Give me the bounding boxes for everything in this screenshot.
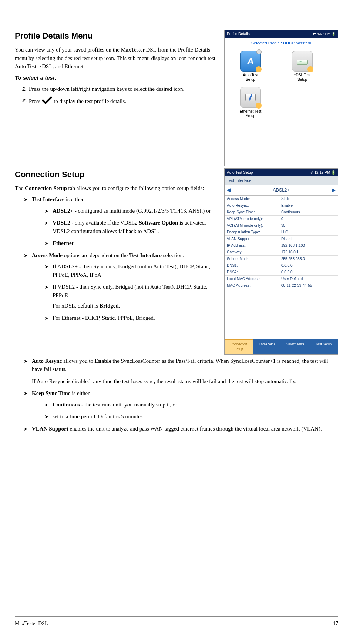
auto-test-label: Auto TestSetup (232, 73, 269, 82)
keep-sync-item: Keep Sync Time is either Continuous - th… (24, 389, 338, 421)
sshot1-selected-profile: Selected Profile : DHCP passthru (225, 38, 338, 47)
access-mode-item: Access Mode options are dependent on the… (24, 251, 218, 322)
xdsl-test-label: xDSL TestSetup (284, 73, 321, 82)
chevron-left-icon[interactable]: ◀ (227, 186, 231, 194)
ethernet-plug-icon (245, 94, 256, 101)
section1-heading: Profile Details Menu (15, 30, 218, 42)
modem-icon (297, 60, 308, 65)
keep-sync-period: set to a time period. Default is 5 minut… (44, 412, 338, 421)
step-1: 1. Press the up/down left/right navigati… (22, 85, 218, 93)
ethernet-item: Ethernet (44, 239, 218, 248)
section1-intro: You can view any of your saved profiles … (15, 46, 218, 71)
table-row[interactable]: Keep Sync Time:Continuous (225, 209, 338, 215)
tab-select-tests[interactable]: Select Tests (281, 339, 310, 354)
sshot2-time: ⇄ 12:19 PM 🔋 (310, 170, 336, 175)
auto-test-setup-item[interactable]: A Auto TestSetup (232, 51, 269, 82)
chevron-right-icon[interactable]: ▶ (332, 186, 336, 194)
section2-heading: Connection Setup (15, 168, 218, 180)
ethernet-test-label: Ethernet TestSetup (232, 109, 269, 118)
access-ethernet-item: For Ethernet - DHCP, Static, PPPoE, Brid… (44, 314, 218, 322)
table-row[interactable]: VPI (ATM mode only):0 (225, 215, 338, 222)
sshot1-title: Profile Details (227, 31, 250, 37)
auto-resync-item: Auto Resync allows you to Enable the Syn… (24, 357, 338, 386)
sshot2-title: Auto Test Setup (227, 170, 253, 175)
tab-connection-setup[interactable]: ConnectionSetup (225, 339, 253, 354)
sshot1-titlebar: Profile Details ⇄ 4:07 PM 🔋 (225, 30, 338, 38)
table-row[interactable]: IP Address:192.168.1.100 (225, 242, 338, 249)
step-2: 2. Press to display the test profile det… (22, 96, 218, 107)
page-footer: MaxTester DSL 17 (15, 616, 338, 627)
table-row[interactable]: Subnet Mask:255.255.255.0 (225, 255, 338, 262)
ethernet-test-setup-item[interactable]: Ethernet TestSetup (232, 87, 269, 118)
step-2-post: to display the test profile details. (54, 98, 126, 104)
test-interface-label: Test Interface: (225, 176, 338, 185)
footer-page: 17 (333, 620, 338, 627)
tab-test-setup[interactable]: Test Setup (310, 339, 338, 354)
table-row[interactable]: Local MAC Address:User Defined (225, 275, 338, 282)
gear-icon (256, 49, 262, 54)
sshot2-titlebar: Auto Test Setup ⇄ 12:19 PM 🔋 (225, 169, 338, 176)
step-2-num: 2. (22, 96, 27, 105)
xdsl-test-icon (292, 51, 313, 72)
auto-test-icon: A (240, 51, 261, 72)
connection-params-table: Access Mode:StaticAuto Resync:EnableKeep… (225, 196, 338, 289)
table-row[interactable]: Encapsulation Type:LLC (225, 229, 338, 235)
table-row[interactable]: Gateway:172.16.0.1 (225, 249, 338, 255)
test-interface-item: Test Interface is either ADSL2+ - config… (24, 195, 218, 248)
vdsl2-item: VDSL2 - only available if the VDSL2 Soft… (44, 219, 218, 235)
section1-subheading: To select a test: (15, 74, 218, 82)
step-1-text: Press the up/down left/right navigation … (29, 86, 184, 92)
profile-details-screenshot: Profile Details ⇄ 4:07 PM 🔋 Selected Pro… (224, 30, 338, 166)
table-row[interactable]: DNS2:0.0.0.0 (225, 269, 338, 275)
table-row[interactable]: MAC Address:00-11-22-33-44-55 (225, 282, 338, 289)
table-row[interactable]: Auto Resync:Enable (225, 202, 338, 209)
wrench-icon (256, 103, 262, 109)
step-1-num: 1. (22, 85, 27, 93)
table-row[interactable]: VLAN Support:Disable (225, 235, 338, 242)
auto-resync-para2: If Auto Resync is disabled, any time the… (32, 377, 338, 386)
auto-test-setup-screenshot: Auto Test Setup ⇄ 12:19 PM 🔋 Test Interf… (224, 168, 338, 355)
wrench-icon (307, 66, 313, 72)
footer-product: MaxTester DSL (15, 620, 48, 627)
vlan-support-item: VLAN Support enables the unit to analyze… (24, 425, 338, 433)
access-adsl-item: If ADSL2+ - then Sync only, Bridged (not… (44, 262, 218, 279)
test-interface-selector[interactable]: ◀ ADSL2+ ▶ (225, 185, 338, 196)
adsl2-item: ADSL2+ - configured as multi mode (G.992… (44, 207, 218, 215)
access-default: For xDSL, default is Bridged. (53, 302, 218, 310)
test-interface-value: ADSL2+ (273, 187, 289, 193)
xdsl-test-setup-item[interactable]: xDSL TestSetup (284, 51, 321, 82)
table-row[interactable]: Access Mode:Static (225, 196, 338, 202)
step-2-pre: Press (29, 98, 42, 104)
access-vdsl-item: If VDSL2 - then Sync only, Bridged (not … (44, 283, 218, 310)
table-row[interactable]: DNS1:0.0.0.0 (225, 262, 338, 269)
sshot2-tabbar: ConnectionSetup Thresholds Select Tests … (225, 339, 338, 354)
sshot1-time: ⇄ 4:07 PM 🔋 (313, 31, 336, 37)
ethernet-test-icon (240, 87, 261, 108)
keep-sync-continuous: Continuous - the test runs until you man… (44, 401, 338, 409)
tab-thresholds[interactable]: Thresholds (253, 339, 282, 354)
section2-intro: The Connection Setup tab allows you to c… (15, 184, 218, 193)
wrench-icon (256, 66, 262, 72)
table-row[interactable]: VCI (ATM mode only):35 (225, 222, 338, 229)
check-icon (42, 96, 52, 107)
